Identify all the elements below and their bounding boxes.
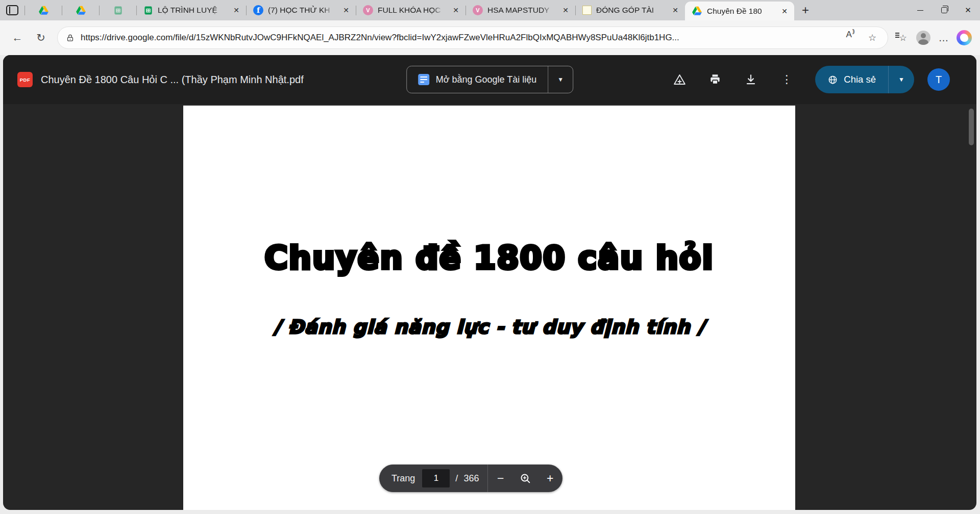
tab-chuyen-de-1800-active[interactable]: Chuyên Đề 180 ✕ (685, 2, 794, 20)
share-dropdown-button[interactable]: ▼ (889, 66, 914, 93)
drive-toolbar: PDF Chuyên Đề 1800 Câu Hỏi C ... (Thầy P… (3, 55, 976, 104)
add-to-drive-button[interactable] (669, 69, 690, 90)
mapstudy-icon: V (473, 5, 483, 15)
tab-title: HSA MAPSTUDY (487, 6, 554, 15)
favorites-collections-button[interactable]: ☆ (894, 29, 912, 46)
tab-pinned-drive-1[interactable] (25, 0, 62, 20)
page-label: Trang (391, 473, 415, 484)
browser-settings-menu-button[interactable]: … (935, 29, 952, 46)
tab-hoc-thu[interactable]: f (7) HỌC THỬ KH ✕ (247, 0, 356, 20)
zoom-in-button[interactable]: + (537, 465, 562, 492)
open-with-main[interactable]: Mở bằng Google Tài liệu (407, 66, 548, 93)
lock-icon (66, 34, 75, 42)
read-aloud-icon: A (846, 30, 851, 40)
close-tab-icon[interactable]: ✕ (669, 4, 682, 17)
zoom-out-button[interactable]: − (488, 465, 513, 492)
window-restore-button[interactable] (932, 0, 956, 20)
open-with-label: Mở bằng Google Tài liệu (436, 74, 537, 85)
facebook-icon: f (253, 5, 263, 15)
globe-icon (827, 74, 838, 85)
profile-avatar-icon (916, 31, 930, 45)
google-drive-icon (692, 6, 702, 16)
open-with-google-docs-button[interactable]: Mở bằng Google Tài liệu ▼ (406, 66, 574, 93)
share-button[interactable]: Chia sẻ ▼ (815, 66, 914, 93)
tab-title: (7) HỌC THỬ KH (268, 6, 335, 15)
print-button[interactable] (705, 69, 725, 90)
copilot-button[interactable] (955, 29, 973, 46)
pdf-document-subtitle: / Đánh giá năng lực - tư duy định tính / (183, 316, 795, 338)
pdf-file-icon: PDF (17, 72, 33, 87)
google-docs-icon (418, 74, 429, 85)
read-aloud-waves-icon: )) (852, 29, 854, 34)
mapstudy-icon: V (363, 5, 373, 15)
url-field[interactable]: https://drive.google.com/file/d/15zWKNbR… (57, 27, 888, 49)
star-icon: ☆ (899, 33, 906, 43)
google-sheets-icon (113, 6, 123, 15)
page-separator: / (455, 473, 458, 484)
tab-title: FULL KHÓA HỌC (378, 6, 445, 15)
url-text: https://drive.google.com/file/d/15zWKNbR… (81, 33, 836, 43)
tab-pinned-drive-2[interactable] (62, 0, 99, 20)
document-gold-icon (582, 6, 592, 15)
close-tab-icon[interactable]: ✕ (449, 4, 462, 17)
google-sheets-icon (143, 6, 153, 15)
zoom-tool-button[interactable] (513, 465, 538, 492)
google-drive-icon (76, 5, 86, 16)
browser-address-bar: ← ↻ https://drive.google.com/file/d/15zW… (0, 20, 980, 55)
profile-button[interactable] (915, 29, 932, 46)
open-with-dropdown-button[interactable]: ▼ (548, 66, 573, 93)
google-drive-icon (38, 5, 49, 16)
share-label: Chia sẻ (844, 74, 876, 85)
toolbar-actions: ⋮ Chia sẻ ▼ T (669, 66, 950, 93)
favorite-star-button[interactable]: ☆ (864, 30, 880, 46)
minimize-icon (917, 10, 923, 11)
new-tab-button[interactable]: + (794, 0, 817, 20)
tab-pinned-sheets[interactable] (100, 0, 136, 20)
tab-dong-gop-tai[interactable]: ĐÓNG GÓP TÀI ✕ (576, 0, 685, 20)
close-tab-icon[interactable]: ✕ (778, 5, 791, 18)
refresh-button[interactable]: ↻ (31, 28, 51, 48)
share-main[interactable]: Chia sẻ (815, 66, 888, 93)
read-aloud-button[interactable]: A)) (842, 30, 858, 46)
download-button[interactable] (741, 69, 761, 90)
copilot-icon (957, 30, 972, 45)
browser-tab-strip: LỘ TRÌNH LUYỆ ✕ f (7) HỌC THỬ KH ✕ V FUL… (0, 0, 980, 20)
back-button[interactable]: ← (7, 28, 28, 48)
account-avatar[interactable]: T (927, 68, 950, 91)
file-name: Chuyên Đề 1800 Câu Hỏi C ... (Thầy Phạm … (41, 74, 304, 86)
page-controls: Trang / 366 − + (379, 465, 562, 492)
pdf-page: Chuyên đề 1800 câu hỏi / Đánh giá năng l… (183, 106, 795, 510)
drive-pdf-viewer: Chuyên đề 1800 câu hỏi / Đánh giá năng l… (3, 55, 976, 510)
more-actions-button[interactable]: ⋮ (776, 69, 797, 90)
restore-icon (941, 7, 947, 13)
pdf-document-title: Chuyên đề 1800 câu hỏi (183, 239, 795, 276)
page-number-input[interactable] (422, 469, 450, 487)
window-controls: ✕ (908, 0, 980, 20)
tab-title: ĐÓNG GÓP TÀI (596, 6, 664, 15)
file-info: PDF Chuyên Đề 1800 Câu Hỏi C ... (Thầy P… (17, 72, 304, 87)
page-total: 366 (463, 473, 479, 484)
tab-actions-menu-button[interactable] (0, 0, 24, 20)
lines-icon (895, 33, 899, 39)
viewer-scrollbar[interactable] (969, 109, 974, 145)
close-tab-icon[interactable]: ✕ (559, 4, 572, 17)
tab-actions-icon (6, 5, 18, 15)
window-close-button[interactable]: ✕ (956, 0, 980, 20)
tab-title: LỘ TRÌNH LUYỆ (158, 6, 225, 15)
tab-hsa-mapstudy[interactable]: V HSA MAPSTUDY ✕ (466, 0, 575, 20)
tab-lo-trinh-luyen[interactable]: LỘ TRÌNH LUYỆ ✕ (137, 0, 246, 20)
close-tab-icon[interactable]: ✕ (339, 4, 353, 17)
tab-title: Chuyên Đề 180 (707, 7, 773, 16)
close-tab-icon[interactable]: ✕ (230, 4, 243, 17)
tab-full-khoa-hoc[interactable]: V FULL KHÓA HỌC ✕ (356, 0, 465, 20)
window-minimize-button[interactable] (908, 0, 932, 20)
